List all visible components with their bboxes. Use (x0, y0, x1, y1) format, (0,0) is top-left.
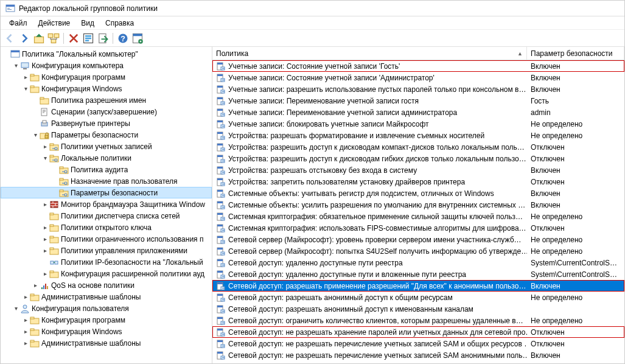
policy-row[interactable]: Устройства: разрешить доступ к дисковода… (212, 141, 624, 153)
policy-value-cell: Включен (527, 189, 624, 198)
column-value[interactable]: Параметр безопасности (527, 47, 624, 60)
tree-node[interactable]: Развернутые принтеры (1, 117, 212, 129)
svg-rect-9 (85, 35, 91, 37)
policy-row[interactable]: Учетные записи: Состояние учетной записи… (212, 60, 624, 72)
menu-item[interactable]: Действие (33, 18, 75, 29)
expand-down-icon[interactable]: ▾ (31, 131, 40, 138)
policy-name-cell: Устройства: разрешить доступ к дисковода… (212, 153, 527, 164)
policy-row[interactable]: Сетевой сервер (Майкрософт): попытка S4U… (212, 245, 624, 257)
menu-item[interactable]: Файл (4, 18, 32, 29)
tree-node[interactable]: ▸Административные шаблоны (1, 291, 212, 303)
policy-row[interactable]: Учетные записи: Переименование учетной з… (212, 107, 624, 118)
policy-row[interactable]: Сетевой доступ: разрешать анонимный дост… (212, 292, 624, 303)
tree-pane[interactable]: Политика "Локальный компьютер"▾Конфигура… (1, 47, 212, 363)
policy-row[interactable]: Устройства: разрешить доступ к дисковода… (212, 153, 624, 164)
expand-down-icon[interactable]: ▾ (41, 155, 49, 161)
tree-node[interactable]: ▸Политики управления приложениями (1, 245, 212, 256)
tree-node[interactable]: ▸Политики ограниченного использования п (1, 233, 212, 245)
policy-row[interactable]: Сетевой доступ: удаленно доступные пути … (212, 257, 624, 268)
expand-right-icon[interactable]: ▸ (21, 317, 30, 323)
tree-node[interactable]: ▸Административные шаблоны (1, 337, 212, 349)
tree-node[interactable]: ▸Политики учетных записей (1, 141, 212, 152)
policy-row[interactable]: Учетные записи: Переименование учетной з… (212, 95, 624, 107)
policy-row[interactable]: Сетевой сервер (Майкрософт): уровень про… (212, 234, 624, 245)
policy-icon (216, 131, 226, 141)
policy-row[interactable]: Системная криптография: обязательное при… (212, 211, 624, 222)
policy-row[interactable]: Системная криптография: использовать FIP… (212, 222, 624, 234)
svg-rect-66 (30, 294, 34, 296)
tree-node-label: Политики управления приложениями (61, 247, 187, 255)
policy-row[interactable]: Системные объекты: учитывать регистр для… (212, 187, 624, 199)
policy-row[interactable]: Учетные записи: разрешить использование … (212, 83, 624, 95)
policy-rows[interactable]: Учетные записи: Состояние учетной записи… (212, 60, 624, 363)
policy-row[interactable]: Устройства: запретить пользователям уста… (212, 176, 624, 187)
policy-name-label: Системные объекты: усилить разрешения по… (228, 201, 525, 209)
forward-button[interactable] (18, 32, 31, 45)
tree-node[interactable]: ▾Конфигурация компьютера (1, 60, 212, 71)
tree-root-node[interactable]: Политика "Локальный компьютер" (1, 48, 212, 60)
properties-button[interactable] (131, 32, 144, 45)
tree-node[interactable]: ▸Конфигурация Windows (1, 326, 212, 337)
policy-row[interactable]: Системные объекты: усилить разрешения по… (212, 199, 624, 211)
show-tree-button[interactable] (47, 32, 60, 45)
up-button[interactable] (32, 32, 46, 45)
policy-value-cell: Не определено (527, 293, 624, 303)
delete-button[interactable] (67, 32, 80, 45)
tree-node[interactable]: Политика аудита (1, 164, 212, 175)
policy-row[interactable]: Учетные записи: блокировать учетные запи… (212, 118, 624, 130)
tree-node[interactable]: ▸Монитор брандмауэра Защитника Window (1, 198, 212, 210)
tree-node-label: Политики диспетчера списка сетей (61, 212, 180, 220)
tree-node[interactable]: Политики диспетчера списка сетей (1, 210, 212, 222)
policy-row[interactable]: Сетевой доступ: разрешать применение раз… (212, 280, 624, 292)
expand-down-icon[interactable]: ▾ (12, 62, 20, 69)
help-button[interactable]: ? (116, 32, 130, 45)
expand-right-icon[interactable]: ▸ (41, 236, 49, 242)
expand-right-icon[interactable]: ▸ (21, 340, 30, 346)
menu-item[interactable]: Справка (100, 18, 139, 29)
svg-rect-135 (217, 236, 223, 238)
tree-node[interactable]: ▸QoS на основе политики (1, 279, 212, 291)
expand-down-icon[interactable]: ▾ (12, 305, 20, 312)
policy-row[interactable]: Сетевой доступ: не разрешать перечислени… (212, 349, 624, 361)
column-policy[interactable]: Политика ▲ (212, 47, 527, 60)
export-button[interactable] (96, 32, 110, 45)
policy-row[interactable]: Сетевой доступ: не разрешать перечислени… (212, 338, 624, 349)
tree-node[interactable]: ▾Конфигурация пользователя (1, 303, 212, 314)
tree-node[interactable]: ▸Конфигурация программ (1, 71, 212, 83)
tree-node[interactable]: Политика разрешения имен (1, 94, 212, 106)
tree-node[interactable]: Назначение прав пользователя (1, 175, 212, 187)
expand-down-icon[interactable]: ▾ (21, 85, 30, 92)
expand-right-icon[interactable]: ▸ (41, 143, 49, 150)
tree-node[interactable]: ▾Конфигурация Windows (1, 83, 212, 94)
policy-row[interactable]: Устройства: разрешать форматирование и и… (212, 130, 624, 141)
tree-node[interactable]: Политики IP-безопасности на "Локальный (1, 256, 212, 268)
tree-node[interactable]: ▸Конфигурация расширенной политики ауд (1, 268, 212, 279)
policy-row[interactable]: Устройства: разрешать отстыковку без вхо… (212, 164, 624, 176)
menu-item[interactable]: Вид (76, 18, 99, 29)
refresh-button[interactable] (82, 32, 95, 45)
policy-row[interactable]: Сетевой доступ: удаленно доступные пути … (212, 268, 624, 280)
expand-right-icon[interactable]: ▸ (41, 247, 49, 254)
tree-node[interactable]: ▸Конфигурация программ (1, 314, 212, 326)
expand-right-icon[interactable]: ▸ (21, 74, 30, 80)
tree-node[interactable]: ▸Политики открытого ключа (1, 222, 212, 233)
expand-right-icon[interactable]: ▸ (31, 282, 40, 289)
expand-right-icon[interactable]: ▸ (21, 328, 30, 335)
policy-row[interactable]: Сетевой доступ: ограничить количество кл… (212, 315, 624, 326)
policy-row[interactable]: Сетевой доступ: не разрешать хранение па… (212, 326, 624, 338)
tree-node[interactable]: ▾Параметры безопасности (1, 129, 212, 141)
expand-right-icon[interactable]: ▸ (21, 293, 30, 300)
policy-name-cell: Сетевой доступ: разрешать анонимный дост… (212, 292, 527, 303)
expand-right-icon[interactable]: ▸ (41, 270, 49, 277)
tree-node[interactable]: ▾Локальные политики (1, 152, 212, 164)
expand-right-icon[interactable]: ▸ (41, 201, 49, 208)
tree-node[interactable]: Сценарии (запуск/завершение) (1, 106, 212, 117)
tree-node[interactable]: Параметры безопасности (1, 187, 212, 198)
policy-row[interactable]: Учетные записи: Состояние учетной записи… (212, 72, 624, 83)
expand-right-icon[interactable]: ▸ (41, 224, 49, 231)
list-header[interactable]: Политика ▲ Параметр безопасности (212, 47, 624, 60)
back-button[interactable] (3, 32, 16, 45)
policy-row[interactable]: Сетевой доступ: разрешать анонимный дост… (212, 303, 624, 315)
folder-icon (30, 292, 40, 302)
svg-rect-169 (222, 334, 225, 335)
